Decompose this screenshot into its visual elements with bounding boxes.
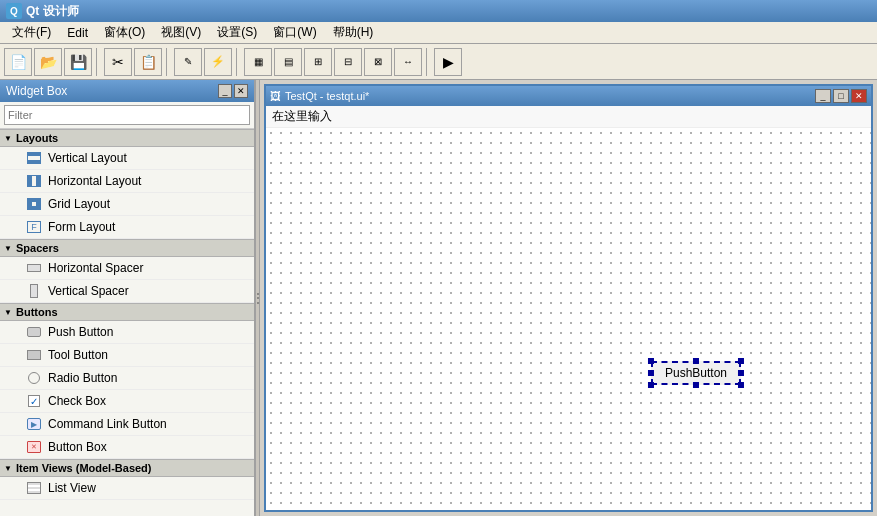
toolbar-widget-edit[interactable]: ✎ (174, 48, 202, 76)
resize-handle-mr[interactable] (738, 370, 744, 376)
form-label: 在这里输入 (266, 106, 871, 128)
menu-help[interactable]: 帮助(H) (325, 22, 382, 43)
grid-layout-icon (26, 196, 42, 212)
inner-window-controls: _ □ ✕ (815, 89, 867, 103)
resize-handle-bc[interactable] (693, 382, 699, 388)
inner-title-bar: 🖼 TestQt - testqt.ui* _ □ ✕ (266, 86, 871, 106)
widget-box-pin[interactable]: _ (218, 84, 232, 98)
check-box-icon: ✓ (26, 393, 42, 409)
widget-horizontal-spacer[interactable]: Horizontal Spacer (0, 257, 254, 280)
toolbar-layout-break[interactable]: ⊠ (364, 48, 392, 76)
toolbar-layout-v[interactable]: ▤ (274, 48, 302, 76)
design-area: 🖼 TestQt - testqt.ui* _ □ ✕ 在这里输入 (260, 80, 877, 516)
push-button-icon (26, 324, 42, 340)
toolbar-save[interactable]: 💾 (64, 48, 92, 76)
widget-list: Layouts Vertical Layout Horizontal Layou… (0, 129, 254, 516)
widget-check-box[interactable]: ✓ Check Box (0, 390, 254, 413)
menu-view[interactable]: 视图(V) (153, 22, 209, 43)
widget-button-box[interactable]: ✕ Button Box (0, 436, 254, 459)
menu-window[interactable]: 窗口(W) (265, 22, 324, 43)
canvas-pushbutton-widget[interactable]: PushButton (651, 361, 741, 385)
toolbar-new[interactable]: 📄 (4, 48, 32, 76)
horizontal-spacer-icon (26, 260, 42, 276)
toolbar-sep3 (236, 48, 240, 76)
form-layout-icon: F (26, 219, 42, 235)
menu-settings[interactable]: 设置(S) (209, 22, 265, 43)
section-spacers[interactable]: Spacers (0, 239, 254, 257)
app-icon: Q (6, 3, 22, 19)
resize-handle-bl[interactable] (648, 382, 654, 388)
menu-bar: 文件(F) Edit 窗体(O) 视图(V) 设置(S) 窗口(W) 帮助(H) (0, 22, 877, 44)
section-layouts[interactable]: Layouts (0, 129, 254, 147)
inner-minimize-btn[interactable]: _ (815, 89, 831, 103)
widget-box-panel: Widget Box _ ✕ Layouts Vertical Layout H… (0, 80, 255, 516)
widget-box-controls: _ ✕ (218, 84, 248, 98)
widget-box-title: Widget Box _ ✕ (0, 80, 254, 102)
widget-tool-button[interactable]: Tool Button (0, 344, 254, 367)
tool-button-icon (26, 347, 42, 363)
app-title: Qt 设计师 (26, 3, 79, 20)
widget-command-link-button[interactable]: ▶ Command Link Button (0, 413, 254, 436)
section-item-views[interactable]: Item Views (Model-Based) (0, 459, 254, 477)
toolbar: 📄 📂 💾 ✂ 📋 ✎ ⚡ ▦ ▤ ⊞ ⊟ ⊠ ↔ ▶ (0, 44, 877, 80)
main-area: Widget Box _ ✕ Layouts Vertical Layout H… (0, 80, 877, 516)
toolbar-layout-f[interactable]: ⊟ (334, 48, 362, 76)
menu-edit[interactable]: Edit (59, 24, 96, 42)
command-link-button-icon: ▶ (26, 416, 42, 432)
widget-push-button[interactable]: Push Button (0, 321, 254, 344)
toolbar-sep1 (96, 48, 100, 76)
section-buttons[interactable]: Buttons (0, 303, 254, 321)
toolbar-layout-h[interactable]: ▦ (244, 48, 272, 76)
resize-handle-ml[interactable] (648, 370, 654, 376)
widget-radio-button[interactable]: Radio Button (0, 367, 254, 390)
widget-horizontal-layout[interactable]: Horizontal Layout (0, 170, 254, 193)
design-canvas[interactable]: PushButton (266, 128, 871, 510)
widget-box-title-label: Widget Box (6, 84, 67, 98)
toolbar-sep2 (166, 48, 170, 76)
toolbar-signal[interactable]: ⚡ (204, 48, 232, 76)
toolbar-cut[interactable]: ✂ (104, 48, 132, 76)
widget-box-close[interactable]: ✕ (234, 84, 248, 98)
toolbar-copy[interactable]: 📋 (134, 48, 162, 76)
button-box-icon: ✕ (26, 439, 42, 455)
menu-file[interactable]: 文件(F) (4, 22, 59, 43)
toolbar-adjust-size[interactable]: ↔ (394, 48, 422, 76)
toolbar-sep4 (426, 48, 430, 76)
resize-handle[interactable] (255, 80, 260, 516)
inner-restore-btn[interactable]: □ (833, 89, 849, 103)
widget-vertical-layout[interactable]: Vertical Layout (0, 147, 254, 170)
widget-form-layout[interactable]: F Form Layout (0, 216, 254, 239)
widget-grid-layout[interactable]: Grid Layout (0, 193, 254, 216)
resize-handle-tl[interactable] (648, 358, 654, 364)
menu-form[interactable]: 窗体(O) (96, 22, 153, 43)
toolbar-layout-g[interactable]: ⊞ (304, 48, 332, 76)
toolbar-open[interactable]: 📂 (34, 48, 62, 76)
filter-bar (0, 102, 254, 129)
app-title-bar: Q Qt 设计师 (0, 0, 877, 22)
resize-handle-tc[interactable] (693, 358, 699, 364)
inner-window: 🖼 TestQt - testqt.ui* _ □ ✕ 在这里输入 (264, 84, 873, 512)
toolbar-preview[interactable]: ▶ (434, 48, 462, 76)
widget-vertical-spacer[interactable]: Vertical Spacer (0, 280, 254, 303)
inner-window-title: TestQt - testqt.ui* (285, 90, 369, 102)
resize-handle-br[interactable] (738, 382, 744, 388)
list-view-icon (26, 480, 42, 496)
filter-input[interactable] (4, 105, 250, 125)
vertical-spacer-icon (26, 283, 42, 299)
horizontal-layout-icon (26, 173, 42, 189)
inner-close-btn[interactable]: ✕ (851, 89, 867, 103)
resize-handle-tr[interactable] (738, 358, 744, 364)
radio-button-icon (26, 370, 42, 386)
vertical-layout-icon (26, 150, 42, 166)
widget-list-view[interactable]: List View (0, 477, 254, 500)
